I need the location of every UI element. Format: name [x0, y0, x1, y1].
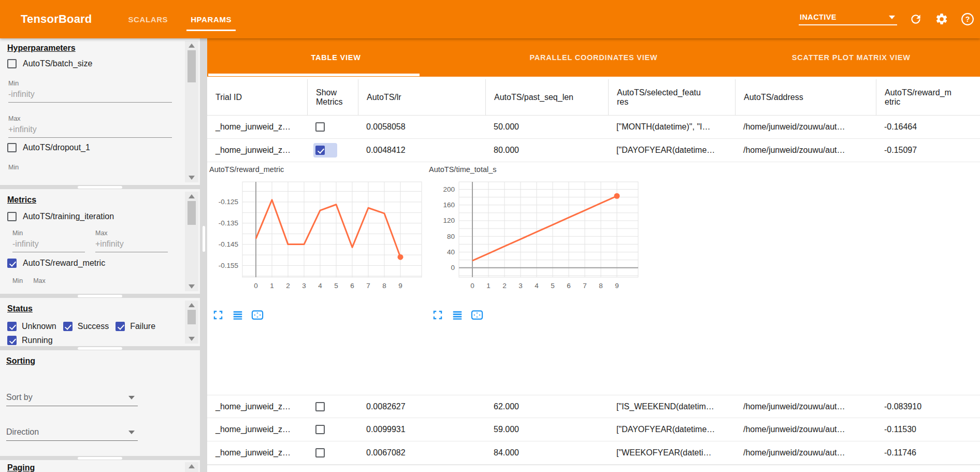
max-input[interactable]: +infinity [8, 125, 172, 138]
drag-handle [203, 226, 205, 252]
trial-id-cell[interactable]: _home_junweid_z… [207, 395, 307, 418]
checkbox[interactable] [63, 322, 73, 331]
scrollbar[interactable] [185, 192, 198, 291]
min-field: Min [8, 164, 177, 171]
status-failure[interactable]: Failure [116, 322, 155, 331]
sort-by-select[interactable]: Sort by [6, 393, 138, 406]
data-table-icon-button[interactable] [451, 308, 464, 322]
checkbox[interactable] [315, 122, 325, 132]
trial-id-cell[interactable]: _home_junweid_z… [207, 441, 307, 464]
table-row: _home_junweid_z… 0.0067082 84.000 ["WEEK… [207, 441, 980, 465]
reload-status-dropdown[interactable]: INACTIVE [799, 13, 897, 25]
scrollbar-thumb[interactable] [188, 310, 196, 324]
tensorboard-app: TensorBoard SCALARS HPARAMS INACTIVE [0, 0, 980, 472]
tab-hparams[interactable]: HPARAMS [179, 0, 243, 38]
help-button[interactable]: ? [960, 12, 975, 26]
checkbox[interactable] [7, 336, 17, 345]
paging-heading: Paging [7, 463, 177, 472]
column-header-selected-features[interactable]: AutoTS/selected_features [608, 79, 735, 115]
tab-scalars[interactable]: SCALARS [117, 0, 179, 38]
checkbox[interactable] [7, 212, 17, 221]
direction-select[interactable]: Direction [6, 427, 138, 441]
status-running[interactable]: Running [7, 336, 53, 345]
svg-text:0: 0 [254, 282, 258, 290]
checkbox[interactable] [315, 425, 325, 434]
column-header-past-seq-len[interactable]: AutoTS/past_seq_len [485, 79, 608, 115]
checkbox[interactable] [315, 448, 325, 457]
scrollbar[interactable] [185, 301, 198, 344]
scroll-up-icon[interactable] [189, 194, 195, 198]
column-header-show-metrics[interactable]: Show Metrics [307, 79, 358, 115]
svg-text:-0.145: -0.145 [219, 240, 238, 248]
sidebar-resize-handle[interactable] [200, 38, 207, 472]
checkbox[interactable] [315, 146, 325, 155]
scroll-up-icon[interactable] [189, 303, 195, 307]
trial-id-cell[interactable]: _home_junweid_z… [207, 418, 307, 441]
scroll-down-icon[interactable] [189, 284, 195, 289]
drag-handle [78, 347, 122, 350]
chevron-down-icon [128, 431, 135, 434]
min-field: Min -infinity [12, 230, 85, 252]
fit-domain-button[interactable] [251, 308, 264, 322]
column-header-lr[interactable]: AutoTS/lr [358, 79, 485, 115]
scroll-down-icon[interactable] [189, 176, 195, 180]
past-seq-len-cell: 62.000 [485, 395, 608, 418]
past-seq-len-cell: 50.000 [485, 116, 608, 138]
metric-charts: AutoTS/reward_metric -0.125-0.135-0.145-… [207, 162, 980, 333]
metrics-pane: Metrics AutoTS/training_iteration Min -i… [0, 189, 200, 294]
table-header-row: Trial ID Show Metrics AutoTS/lr AutoTS/p… [207, 79, 980, 116]
checkbox[interactable] [7, 143, 17, 152]
metric-training-iteration-row[interactable]: AutoTS/training_iteration [7, 212, 177, 221]
address-cell: /home/junweid/zouwu/aut… [735, 395, 876, 418]
scroll-down-icon[interactable] [189, 337, 195, 341]
scroll-up-icon[interactable] [189, 464, 195, 468]
fit-domain-icon [471, 309, 483, 321]
fullscreen-button[interactable] [211, 308, 225, 322]
column-header-address[interactable]: AutoTS/address [735, 79, 876, 115]
checkbox[interactable] [116, 322, 125, 331]
reward-metric-chart[interactable]: -0.125-0.135-0.145-0.1550123456789 [207, 178, 424, 307]
drag-handle [78, 457, 122, 460]
column-header-reward-metric[interactable]: AutoTS/reward_metric [876, 79, 980, 115]
pane-resize-handle[interactable] [0, 185, 200, 189]
scrollbar-thumb[interactable] [188, 201, 196, 225]
fit-domain-button[interactable] [470, 308, 484, 322]
pane-resize-handle[interactable] [0, 294, 200, 298]
fullscreen-button[interactable] [431, 308, 444, 322]
scrollbar[interactable] [185, 462, 198, 472]
refresh-button[interactable] [909, 12, 923, 26]
hparam-dropout-row[interactable]: AutoTS/dropout_1 [7, 143, 177, 152]
scrollbar-thumb[interactable] [188, 50, 196, 82]
metric-reward-metric-row[interactable]: AutoTS/reward_metric [7, 259, 177, 268]
checkbox[interactable] [315, 402, 325, 411]
time-total-chart[interactable]: 200160120804000123456789 [424, 178, 640, 307]
min-input[interactable]: -infinity [12, 239, 85, 252]
pane-resize-handle[interactable] [0, 456, 200, 460]
checkbox[interactable] [7, 59, 17, 68]
selected-features-cell: ["DAYOFYEAR(datetime… [608, 139, 735, 162]
scroll-up-icon[interactable] [189, 44, 195, 48]
scrollbar[interactable] [185, 41, 198, 182]
min-input[interactable]: -infinity [8, 90, 172, 103]
svg-text:-0.155: -0.155 [219, 262, 238, 269]
refresh-icon [909, 12, 923, 26]
checkbox[interactable] [7, 259, 17, 268]
trial-id-cell[interactable]: _home_junweid_z… [207, 139, 307, 162]
checkbox[interactable] [7, 322, 17, 331]
tab-table-view[interactable]: TABLE VIEW [207, 38, 465, 77]
column-header-trial-id[interactable]: Trial ID [207, 79, 307, 115]
selected-features-cell: ["WEEKOFYEAR(dateti… [608, 441, 735, 464]
data-table-icon-button[interactable] [231, 308, 244, 322]
status-success[interactable]: Success [63, 322, 109, 331]
tab-parallel-coordinates-view[interactable]: PARALLEL COORDINATES VIEW [465, 38, 722, 77]
max-input[interactable]: +infinity [95, 239, 168, 252]
data-table-icon [232, 309, 243, 321]
hparam-batch-size-row[interactable]: AutoTS/batch_size [7, 59, 177, 68]
status-unknown[interactable]: Unknown [7, 322, 56, 331]
tab-scatter-plot-matrix-view[interactable]: SCATTER PLOT MATRIX VIEW [723, 38, 980, 77]
selected-features-cell: ["DAYOFYEAR(datetime… [608, 418, 735, 441]
chevron-down-icon [128, 396, 135, 399]
settings-button[interactable] [934, 12, 949, 26]
trial-id-cell[interactable]: _home_junweid_z… [207, 116, 307, 138]
pane-resize-handle[interactable] [0, 346, 200, 350]
